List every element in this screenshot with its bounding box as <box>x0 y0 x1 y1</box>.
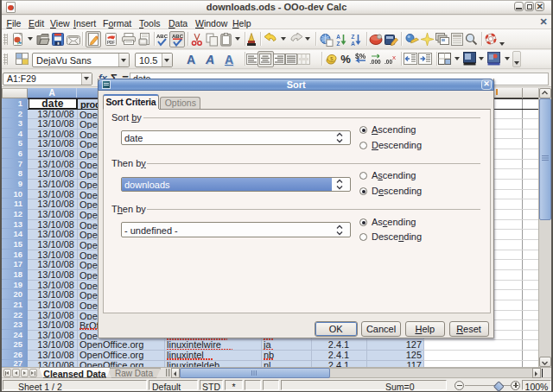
svg-text:.000: .000 <box>370 59 381 65</box>
svg-text:$%: $% <box>355 52 366 60</box>
svg-text:ABC: ABC <box>156 34 168 39</box>
svg-text:ABC: ABC <box>172 34 184 39</box>
svg-text:A: A <box>336 33 340 39</box>
svg-text:A: A <box>351 41 355 47</box>
svg-text:.00: .00 <box>385 59 392 65</box>
svg-text:Z: Z <box>352 33 355 39</box>
svg-text:Z: Z <box>337 41 340 47</box>
svg-text:PDF: PDF <box>107 41 115 45</box>
svg-text:x: x <box>392 54 396 61</box>
